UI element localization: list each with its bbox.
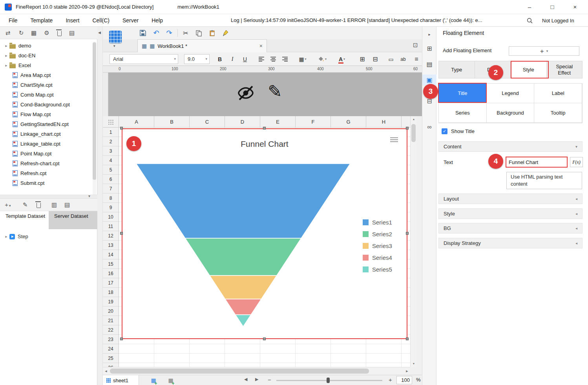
save-icon[interactable] bbox=[138, 28, 148, 38]
row-header-4[interactable]: 4 bbox=[103, 156, 119, 165]
collapse-left-icon[interactable]: ◀ bbox=[98, 31, 101, 35]
close-tab-icon[interactable]: × bbox=[259, 43, 263, 49]
selection-handle[interactable] bbox=[120, 338, 123, 340]
menu-item-file[interactable]: File bbox=[9, 17, 18, 24]
tree-item[interactable]: GettingStartedEN.cpt bbox=[0, 119, 94, 129]
style-button-label[interactable]: Label bbox=[534, 84, 582, 103]
maximize-button[interactable]: □ bbox=[546, 2, 559, 12]
zoom-in-icon[interactable]: + bbox=[389, 376, 392, 383]
paste-icon[interactable] bbox=[207, 28, 217, 38]
align-center-button[interactable] bbox=[268, 54, 279, 64]
chart-menu-icon[interactable] bbox=[390, 136, 398, 143]
align-right-button[interactable] bbox=[279, 54, 290, 64]
panel-splitter[interactable]: ▾ bbox=[0, 195, 97, 199]
tree-item[interactable]: ChartStyle.cpt bbox=[0, 80, 94, 90]
cell-attributes-icon[interactable]: ▤ bbox=[422, 59, 436, 70]
merge-cells-button[interactable]: ⊞ bbox=[357, 54, 368, 64]
hide-element-icon[interactable] bbox=[236, 84, 256, 104]
align-left-button[interactable] bbox=[256, 54, 267, 64]
section-bg[interactable]: BG ◂ bbox=[438, 223, 583, 234]
row-header-13[interactable]: 13 bbox=[103, 241, 119, 250]
edit-dataset-icon[interactable]: ✎ bbox=[20, 200, 30, 210]
close-button[interactable]: × bbox=[569, 2, 581, 12]
row-header-2[interactable]: 2 bbox=[103, 137, 119, 146]
horizontal-scroll-thumb[interactable] bbox=[110, 369, 369, 374]
redo-icon[interactable]: ↷ bbox=[164, 28, 174, 38]
tab-workbook1[interactable]: ▦ ▦ WorkBook1 * × bbox=[137, 39, 267, 52]
tree-item[interactable]: ▸Excel bbox=[0, 60, 94, 70]
row-header-19[interactable]: 19 bbox=[103, 297, 119, 307]
new-template-icon[interactable]: ▦ bbox=[29, 28, 38, 38]
column-header-d[interactable]: D bbox=[225, 116, 260, 128]
expand-arrow-icon[interactable]: ▸ bbox=[3, 234, 9, 239]
copy-icon[interactable]: ▤ bbox=[67, 28, 77, 38]
legend-item-series4[interactable]: Series4 bbox=[363, 252, 392, 263]
preview-dataset-icon[interactable]: ▥ bbox=[49, 200, 59, 210]
tree-item[interactable]: Refresh-chart.cpt bbox=[0, 159, 94, 168]
prev-sheet-icon[interactable]: ◀ bbox=[244, 377, 247, 382]
line-spacing-button[interactable]: ≡ bbox=[411, 54, 422, 64]
template-button-caret-icon[interactable]: ▾ bbox=[113, 44, 115, 48]
funnel-chart-element[interactable]: Funnel Chart Series1Series2Series3Series… bbox=[122, 128, 407, 339]
menu-item-insert[interactable]: Insert bbox=[66, 17, 79, 24]
font-family-select[interactable]: Arial ▾ bbox=[110, 54, 178, 64]
tab-server-dataset[interactable]: Server Dataset bbox=[49, 211, 97, 229]
section-layout[interactable]: Layout ◂ bbox=[438, 193, 583, 204]
left-panel-collapse-strip[interactable]: ◀ bbox=[97, 27, 103, 385]
add-grid-sheet-icon[interactable]: ▦+ bbox=[148, 376, 159, 385]
selection-handle[interactable] bbox=[120, 232, 123, 235]
scroll-right-icon[interactable]: ▶ bbox=[404, 367, 410, 375]
search-icon[interactable] bbox=[526, 17, 533, 25]
horizontal-scrollbar[interactable]: ◀ ▶ bbox=[103, 367, 410, 375]
row-header-7[interactable]: 7 bbox=[103, 184, 119, 193]
row-header-25[interactable]: 25 bbox=[103, 354, 119, 363]
shrink-text-button[interactable]: ab bbox=[398, 54, 409, 64]
column-header-h[interactable]: H bbox=[366, 116, 402, 128]
panel-tab-type[interactable]: Type bbox=[439, 61, 475, 78]
tree-scrollbar[interactable] bbox=[93, 42, 96, 206]
legend-item-series2[interactable]: Series2 bbox=[363, 228, 392, 240]
column-header-c[interactable]: C bbox=[190, 116, 225, 128]
delete-dataset-icon[interactable] bbox=[34, 200, 43, 210]
show-title-checkbox[interactable]: ✓ bbox=[442, 128, 447, 134]
delete-icon[interactable] bbox=[55, 28, 64, 38]
formula-button[interactable]: F(x) bbox=[570, 157, 583, 167]
tree-item[interactable]: Linkage_table.cpt bbox=[0, 139, 94, 149]
selection-handle[interactable] bbox=[263, 127, 266, 130]
legend-item-series3[interactable]: Series3 bbox=[363, 240, 392, 252]
scroll-down-icon[interactable]: ▼ bbox=[411, 361, 417, 367]
tree-item[interactable]: Cond-Background.cpt bbox=[0, 100, 94, 109]
scroll-up-icon[interactable]: ▲ bbox=[411, 116, 417, 122]
font-size-select[interactable]: 9.0 ▾ bbox=[184, 54, 210, 64]
column-header-a[interactable]: A bbox=[119, 116, 154, 128]
selection-handle[interactable] bbox=[406, 232, 409, 235]
legend-item-series1[interactable]: Series1 bbox=[363, 216, 392, 228]
selection-handle[interactable] bbox=[406, 127, 409, 130]
style-button-background[interactable]: Background bbox=[487, 103, 535, 123]
row-header-12[interactable]: 12 bbox=[103, 231, 119, 241]
funnel-segment-series1[interactable] bbox=[136, 164, 350, 238]
column-header-f[interactable]: F bbox=[296, 116, 331, 128]
legend-item-series5[interactable]: Series5 bbox=[363, 263, 392, 275]
row-header-21[interactable]: 21 bbox=[103, 316, 119, 325]
fill-color-button[interactable]: ▾ bbox=[316, 54, 329, 64]
row-header-15[interactable]: 15 bbox=[103, 259, 119, 269]
row-header-26[interactable]: 26 bbox=[103, 363, 119, 367]
row-header-24[interactable]: 24 bbox=[103, 344, 119, 354]
collapse-panel-icon[interactable]: ▸ bbox=[422, 29, 436, 40]
row-header-17[interactable]: 17 bbox=[103, 278, 119, 288]
underline-button[interactable]: U bbox=[239, 54, 250, 64]
zoom-out-icon[interactable]: − bbox=[268, 376, 271, 383]
tree-item[interactable]: Point Map.cpt bbox=[0, 149, 94, 159]
panel-tab-style[interactable]: Style bbox=[511, 61, 547, 78]
new-window-icon[interactable]: ⊡ bbox=[413, 42, 418, 49]
expand-arrow-icon[interactable]: ▸ bbox=[3, 44, 9, 48]
menu-item-help[interactable]: Help bbox=[152, 17, 163, 24]
settings-icon[interactable]: ⚙ bbox=[42, 28, 51, 38]
cut-icon[interactable]: ✂ bbox=[181, 28, 191, 38]
scroll-left-icon[interactable]: ◀ bbox=[103, 367, 109, 375]
format-painter-icon[interactable] bbox=[220, 28, 230, 38]
column-header-b[interactable]: B bbox=[154, 116, 190, 128]
row-header-3[interactable]: 3 bbox=[103, 146, 119, 156]
tab-sheet1[interactable]: sheet1 bbox=[103, 375, 139, 385]
